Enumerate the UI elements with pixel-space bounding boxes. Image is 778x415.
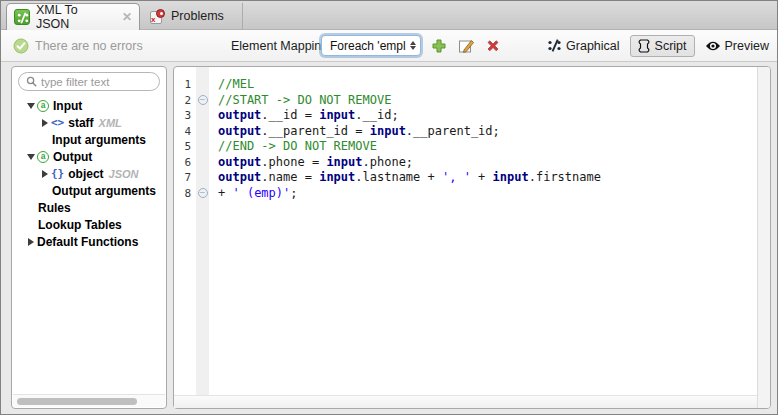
edit-mapping-icon[interactable] <box>458 38 474 54</box>
tree-item-label: Lookup Tables <box>38 218 122 232</box>
line-number: 2 <box>174 93 196 109</box>
tree-item[interactable]: {}objectJSON <box>12 165 166 182</box>
view-graphical-button[interactable]: Graphical <box>547 38 620 53</box>
problems-icon: x <box>150 9 165 24</box>
line-number-gutter: 12345678 <box>174 67 196 408</box>
tree-item-label: Output arguments <box>52 184 156 198</box>
tree-item-label: Output <box>53 150 92 164</box>
line-number: 4 <box>174 124 196 140</box>
fold-collapse-icon[interactable]: − <box>198 188 208 198</box>
chevron-right-icon[interactable] <box>38 119 51 127</box>
view-label: Graphical <box>566 39 620 53</box>
close-icon[interactable]: ✕ <box>122 10 132 24</box>
type-badge: JSON <box>109 168 139 180</box>
chevron-down-icon[interactable] <box>24 154 37 160</box>
tab-xml-to-json[interactable]: XML To JSON ✕ <box>6 3 140 30</box>
line-number: 3 <box>174 108 196 124</box>
code-line: //END -> DO NOT REMOVE <box>218 139 753 155</box>
code-line: //MEL <box>218 77 753 93</box>
overview-ruler <box>757 67 770 408</box>
tree-item[interactable]: <>staffXML <box>12 114 166 131</box>
code-line: output.__parent_id = input.__parent_id; <box>218 124 753 140</box>
tab-label: Problems <box>171 9 224 23</box>
scrollbar-thumb[interactable] <box>17 398 137 405</box>
tree-item[interactable]: aInput <box>12 97 166 114</box>
tab-bar: XML To JSON ✕ x Problems <box>1 1 777 30</box>
tree-item[interactable]: Output arguments <box>12 182 166 199</box>
xml-element-icon: <> <box>51 116 64 129</box>
datamapper-icon <box>14 9 30 25</box>
element-mapping-select[interactable]: Foreach 'empl <box>321 35 421 56</box>
view-label: Preview <box>725 39 769 53</box>
stepper-icon <box>407 41 420 50</box>
view-script-button[interactable]: Script <box>630 35 695 57</box>
tree-item-label: Input <box>53 99 82 113</box>
datamapper-window: XML To JSON ✕ x Problems There are no er… <box>0 0 778 415</box>
filter-field[interactable] <box>18 72 160 91</box>
type-badge: XML <box>99 117 122 129</box>
mapping-tree-panel: aInput<>staffXMLInput argumentsaOutput{}… <box>11 66 167 409</box>
code-line: output.phone = input.phone; <box>218 155 753 171</box>
line-number: 5 <box>174 139 196 155</box>
attribute-icon: a <box>37 151 49 163</box>
code-line: output.__id = input.__id; <box>218 108 753 124</box>
tree-item[interactable]: Rules <box>12 199 166 216</box>
editor-horizontal-scroll-zone[interactable] <box>174 395 757 408</box>
filter-input[interactable] <box>41 76 152 88</box>
status-text: There are no errors <box>35 39 143 53</box>
ok-check-icon <box>13 38 29 54</box>
chevron-down-icon[interactable] <box>24 103 37 109</box>
view-switcher: Graphical Script Preview <box>547 30 769 61</box>
fold-collapse-icon[interactable]: − <box>198 95 208 105</box>
preview-eye-icon <box>705 40 721 52</box>
code-line: //START -> DO NOT REMOVE <box>218 93 753 109</box>
line-number: 1 <box>174 77 196 93</box>
horizontal-scrollbar <box>13 394 165 407</box>
script-code-editor[interactable]: //MEL//START -> DO NOT REMOVEoutput.__id… <box>209 67 757 408</box>
mapping-toolbar: There are no errors Element Mapping Fore… <box>1 30 777 62</box>
add-mapping-icon[interactable] <box>431 38 447 54</box>
fold-bar: −− <box>196 67 209 408</box>
tree-item[interactable]: aOutput <box>12 148 166 165</box>
tab-label: XML To JSON <box>36 3 114 31</box>
attribute-icon: a <box>37 100 49 112</box>
delete-mapping-icon[interactable] <box>485 38 501 54</box>
tree-item[interactable]: Lookup Tables <box>12 216 166 233</box>
content-area: aInput<>staffXMLInput argumentsaOutput{}… <box>1 63 777 414</box>
chevron-right-icon[interactable] <box>24 238 37 246</box>
mapping-tree: aInput<>staffXMLInput argumentsaOutput{}… <box>12 97 166 393</box>
tree-item-label: staff <box>68 116 93 130</box>
view-label: Script <box>655 39 687 53</box>
selected-mapping: Foreach 'empl <box>322 39 407 53</box>
script-editor-panel: 12345678 −− //MEL//START -> DO NOT REMOV… <box>173 66 771 409</box>
view-preview-button[interactable]: Preview <box>705 39 769 53</box>
line-number: 6 <box>174 155 196 171</box>
graphical-icon <box>547 38 562 53</box>
search-icon <box>26 76 37 87</box>
json-object-icon: {} <box>51 167 64 180</box>
tree-item[interactable]: Input arguments <box>12 131 166 148</box>
status-message: There are no errors <box>13 30 143 61</box>
tab-problems[interactable]: x Problems <box>141 3 243 29</box>
line-number: 8 <box>174 186 196 202</box>
code-line: + ' (emp)'; <box>218 186 753 202</box>
tree-item-label: Default Functions <box>37 235 138 249</box>
tree-item[interactable]: Default Functions <box>12 233 166 250</box>
chevron-right-icon[interactable] <box>38 170 51 178</box>
script-icon <box>636 38 651 54</box>
tree-item-label: Input arguments <box>52 133 146 147</box>
tree-item-label: Rules <box>38 201 71 215</box>
tree-item-label: object <box>68 167 103 181</box>
code-line: output.name = input.lastname + ', ' + in… <box>218 170 753 186</box>
line-number: 7 <box>174 170 196 186</box>
element-mapping-label: Element Mapping <box>231 30 328 61</box>
